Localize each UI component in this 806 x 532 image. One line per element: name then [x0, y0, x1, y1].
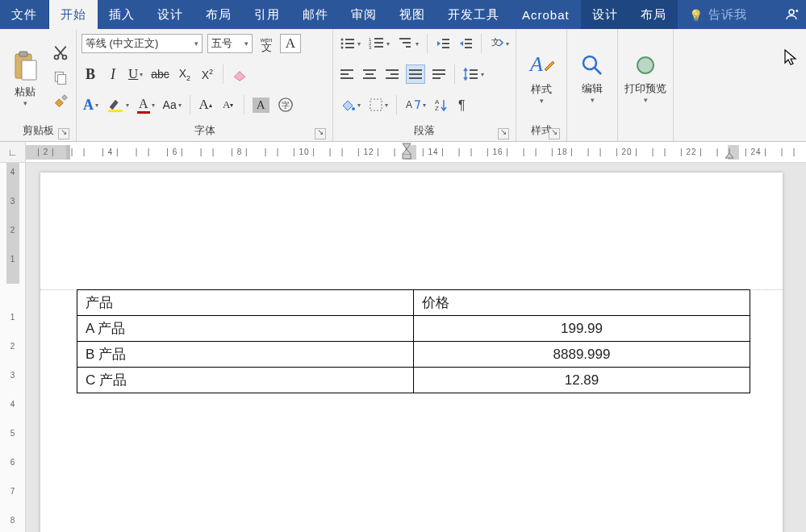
horizontal-ruler[interactable]: ∟ | 2 || || 4 || || 6 || || 8 || || 10 |…	[0, 142, 806, 163]
align-right-button[interactable]	[383, 64, 401, 84]
clipboard-dialog-launcher[interactable]	[58, 128, 69, 139]
search-icon	[579, 52, 605, 78]
superscript-button[interactable]: X2	[198, 64, 216, 84]
change-case-glyph: Aa	[163, 98, 177, 111]
align-left-button[interactable]	[338, 64, 356, 84]
borders-button[interactable]: ▾	[367, 95, 390, 114]
multilevel-list-button[interactable]: ▾	[396, 34, 420, 53]
tab-selector[interactable]: ∟	[0, 142, 26, 162]
subscript-button[interactable]: X2	[176, 64, 194, 84]
paste-button[interactable]: 粘贴 ▾	[5, 35, 45, 122]
first-line-indent-marker[interactable]	[402, 143, 411, 160]
table-row: A 产品 199.99	[77, 316, 750, 342]
svg-rect-52	[470, 69, 478, 71]
styles-dialog-launcher[interactable]	[549, 128, 560, 139]
grow-font-button[interactable]: A▴	[197, 95, 215, 114]
tab-layout[interactable]: 布局	[194, 0, 243, 29]
char-border-button[interactable]: A	[280, 34, 301, 53]
tab-references[interactable]: 引用	[243, 0, 291, 29]
show-marks-button[interactable]: ¶	[455, 95, 473, 114]
align-center-button[interactable]	[361, 64, 378, 84]
group-clipboard: 粘贴 ▾	[0, 29, 77, 141]
copy-button[interactable]	[50, 68, 71, 87]
paragraph-dialog-launcher[interactable]	[498, 128, 509, 139]
line-spacing-button[interactable]: ▾	[461, 64, 486, 84]
styles-button[interactable]: A 样式 ▾	[521, 32, 562, 122]
change-case-button[interactable]: Aa▾	[161, 95, 183, 114]
highlight-button[interactable]: ▾	[105, 95, 131, 114]
font-dialog-launcher[interactable]	[315, 128, 326, 139]
tab-home[interactable]: 开始	[49, 0, 98, 29]
right-indent-marker[interactable]	[725, 148, 734, 162]
shading-button[interactable]: ▾	[338, 95, 362, 114]
editing-button[interactable]: 编辑 ▾	[572, 32, 612, 124]
styles-icon: A	[527, 50, 556, 79]
group-print-preview: 打印预览 ▾	[618, 29, 674, 141]
vertical-ruler[interactable]: 432112345678	[0, 163, 26, 532]
paste-dropdown[interactable]: ▾	[23, 99, 27, 107]
italic-button[interactable]: I	[104, 64, 122, 84]
font-size-select[interactable]: 五号 ▾	[207, 34, 253, 53]
align-justify-button[interactable]	[406, 64, 425, 84]
tab-developer[interactable]: 开发工具	[436, 0, 511, 29]
print-preview-icon	[633, 52, 658, 78]
page[interactable]: 产品 价格 A 产品 199.99 B 产品 8889.999 C 产品 12.…	[40, 172, 783, 532]
svg-rect-50	[432, 73, 445, 75]
subscript-glyph: X2	[179, 67, 190, 82]
group-paragraph-label: 段落	[414, 124, 435, 136]
tab-tell-me[interactable]: 告诉我	[678, 0, 758, 29]
tab-view[interactable]: 视图	[388, 0, 436, 29]
svg-rect-24	[374, 42, 383, 44]
text-direction-button[interactable]: 文▾	[488, 34, 511, 53]
tab-insert[interactable]: 插入	[98, 0, 146, 29]
char-shading-button[interactable]: A	[251, 95, 271, 114]
tab-review[interactable]: 审阅	[340, 0, 388, 29]
svg-point-15	[341, 39, 344, 41]
format-painter-button[interactable]	[50, 92, 71, 111]
document-table[interactable]: 产品 价格 A 产品 199.99 B 产品 8889.999 C 产品 12.…	[77, 289, 750, 393]
svg-rect-33	[465, 39, 472, 40]
clear-formatting-button[interactable]	[230, 64, 249, 84]
numbering-icon: 123	[369, 36, 385, 51]
underline-glyph: U	[128, 66, 138, 82]
phonetic-guide-button[interactable]: wén 文	[257, 34, 275, 53]
svg-rect-35	[465, 47, 472, 48]
bullets-button[interactable]: ▾	[338, 34, 362, 53]
decrease-indent-button[interactable]	[434, 34, 452, 53]
tab-acrobat[interactable]: Acrobat	[511, 0, 581, 29]
svg-rect-48	[409, 77, 422, 79]
svg-rect-39	[340, 77, 353, 79]
strikethrough-button[interactable]: abc	[149, 64, 171, 84]
header-price-label: 价格	[422, 295, 449, 310]
tab-file[interactable]: 文件	[0, 0, 49, 29]
asian-layout-button[interactable]: A▾	[403, 95, 428, 114]
svg-rect-27	[399, 38, 411, 39]
font-color-button[interactable]: A▾	[136, 95, 157, 114]
svg-text:A: A	[528, 52, 543, 76]
print-preview-button[interactable]: 打印预览 ▾	[623, 32, 668, 124]
bold-button[interactable]: B	[81, 64, 99, 84]
tab-table-layout[interactable]: 布局	[629, 0, 678, 29]
svg-point-55	[352, 107, 355, 110]
cut-button[interactable]	[50, 44, 71, 63]
tab-table-design[interactable]: 设计	[581, 0, 629, 29]
enclose-char-button[interactable]: 字	[276, 95, 295, 114]
sort-button[interactable]: AZ	[432, 95, 450, 114]
share-button[interactable]	[777, 0, 806, 29]
shrink-font-button[interactable]: A▾	[219, 95, 237, 114]
tab-design[interactable]: 设计	[146, 0, 194, 29]
border-icon	[369, 98, 383, 112]
align-distribute-button[interactable]	[430, 64, 448, 84]
svg-text:Z: Z	[435, 105, 439, 112]
document-area[interactable]: 产品 价格 A 产品 199.99 B 产品 8889.999 C 产品 12.…	[26, 163, 806, 532]
svg-rect-16	[345, 39, 354, 40]
underline-button[interactable]: U▾	[127, 64, 144, 84]
print-preview-label: 打印预览	[624, 81, 666, 96]
align-justify-icon	[408, 69, 423, 80]
cell-product: C 产品	[77, 368, 414, 393]
text-effects-button[interactable]: A▾	[81, 95, 100, 114]
numbering-button[interactable]: 123▾	[367, 34, 391, 53]
font-name-select[interactable]: 等线 (中文正文) ▾	[81, 34, 203, 53]
increase-indent-button[interactable]	[457, 34, 474, 53]
tab-mailings[interactable]: 邮件	[291, 0, 340, 29]
